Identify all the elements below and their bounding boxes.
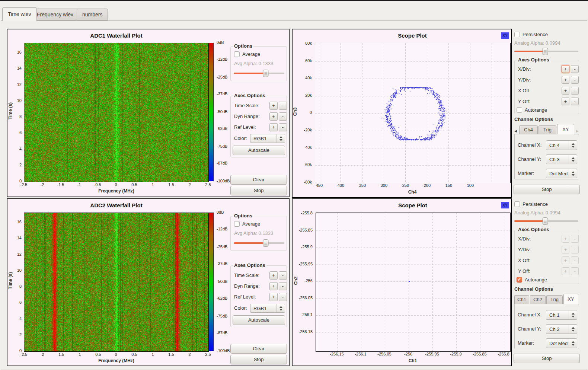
- average-checkbox[interactable]: Average: [234, 221, 260, 227]
- x-div-plus-button[interactable]: +: [562, 65, 569, 73]
- channel-tab-ch1[interactable]: Ch1: [514, 295, 529, 304]
- spin-up-icon[interactable]: [572, 341, 575, 343]
- spin-down-icon[interactable]: [572, 316, 575, 318]
- tab-frequency-wiev[interactable]: Frequency wiev: [31, 9, 79, 20]
- channel-y-spinbox[interactable]: Ch 2: [546, 324, 577, 334]
- channel-tab-ch4[interactable]: Ch4: [519, 125, 538, 134]
- tab-time-wiev[interactable]: Time wiev: [2, 7, 37, 21]
- stop-button[interactable]: Stop: [514, 185, 580, 194]
- stop-button[interactable]: Stop: [514, 354, 580, 363]
- spin-up-icon[interactable]: [279, 306, 282, 308]
- dyn-range-plus-button[interactable]: +: [269, 282, 278, 290]
- avg-alpha-slider[interactable]: [234, 239, 284, 247]
- spinbox-arrows[interactable]: [277, 304, 285, 312]
- slider-handle[interactable]: [542, 217, 548, 225]
- stop-button[interactable]: Stop: [230, 186, 287, 195]
- color-spinbox[interactable]: RGB1: [250, 304, 285, 313]
- spinbox-arrows[interactable]: [569, 325, 577, 334]
- x-off-minus-button[interactable]: -: [571, 87, 579, 95]
- ref-level-minus-button[interactable]: -: [279, 293, 287, 301]
- checkbox-box[interactable]: [517, 107, 522, 113]
- dyn-range-plus-button[interactable]: +: [269, 112, 278, 121]
- channel-tab-xy[interactable]: XY: [557, 124, 574, 134]
- spinbox-arrows[interactable]: [569, 169, 577, 178]
- x-div-minus-button[interactable]: -: [571, 235, 579, 243]
- x-div-minus-button[interactable]: -: [571, 65, 579, 73]
- analog-alpha-slider[interactable]: [514, 217, 578, 225]
- time-scale-plus-button[interactable]: +: [269, 102, 278, 110]
- spin-up-icon[interactable]: [279, 136, 282, 138]
- time-scale-minus-button[interactable]: -: [279, 271, 287, 280]
- x-div-plus-button[interactable]: +: [562, 235, 569, 243]
- tab-scroll-left-icon[interactable]: ◀: [514, 129, 517, 133]
- spinbox-arrows[interactable]: [569, 339, 577, 348]
- y-div-minus-button[interactable]: -: [571, 76, 579, 84]
- tab-numbers[interactable]: numbers: [77, 9, 108, 20]
- scope1-plot-canvas[interactable]: [315, 43, 511, 183]
- adc2-waterfall-canvas[interactable]: [24, 213, 209, 352]
- autorange-checkbox[interactable]: Autorange: [517, 107, 547, 113]
- stop-button[interactable]: Stop: [230, 355, 287, 364]
- y-off-plus-button[interactable]: +: [562, 267, 569, 275]
- checkbox-box[interactable]: [234, 221, 240, 227]
- dyn-range-minus-button[interactable]: -: [279, 282, 287, 290]
- spin-down-icon[interactable]: [279, 139, 282, 141]
- channel-tab-trig[interactable]: Trig: [546, 295, 563, 304]
- dyn-range-minus-button[interactable]: -: [279, 112, 287, 121]
- slider-handle[interactable]: [542, 48, 548, 55]
- ref-level-plus-button[interactable]: +: [269, 123, 278, 131]
- slider-handle[interactable]: [263, 70, 268, 77]
- y-off-minus-button[interactable]: -: [571, 267, 579, 275]
- time-scale-minus-button[interactable]: -: [279, 102, 287, 110]
- autorange-checkbox[interactable]: Autorange: [517, 277, 547, 283]
- spin-down-icon[interactable]: [572, 344, 575, 346]
- spin-up-icon[interactable]: [572, 157, 575, 159]
- checkbox-box[interactable]: [514, 32, 520, 37]
- x-off-plus-button[interactable]: +: [562, 87, 569, 95]
- channel-tab-ch2[interactable]: Ch2: [530, 295, 546, 304]
- spin-down-icon[interactable]: [572, 146, 575, 148]
- y-div-plus-button[interactable]: +: [562, 76, 569, 84]
- spinbox-arrows[interactable]: [569, 141, 577, 150]
- time-scale-plus-button[interactable]: +: [269, 271, 278, 280]
- autoscale-button[interactable]: Autoscale: [233, 146, 285, 155]
- x-off-minus-button[interactable]: -: [571, 256, 579, 264]
- persistence-checkbox[interactable]: Persistence: [514, 201, 548, 207]
- spin-down-icon[interactable]: [572, 160, 575, 162]
- marker-spinbox[interactable]: Dot Med: [546, 169, 577, 178]
- ref-level-minus-button[interactable]: -: [279, 123, 287, 131]
- checkbox-box[interactable]: [234, 51, 240, 57]
- spinbox-arrows[interactable]: [569, 310, 577, 319]
- x-off-plus-button[interactable]: +: [562, 256, 569, 264]
- y-div-minus-button[interactable]: -: [571, 246, 579, 253]
- adc1-waterfall-canvas[interactable]: [24, 43, 209, 182]
- average-checkbox[interactable]: Average: [234, 51, 260, 57]
- clear-button[interactable]: Clear: [230, 344, 287, 354]
- checkbox-box[interactable]: [517, 277, 522, 283]
- ref-level-plus-button[interactable]: +: [269, 293, 278, 301]
- spinbox-arrows[interactable]: [569, 155, 577, 164]
- channel-y-spinbox[interactable]: Ch 3: [546, 154, 577, 164]
- channel-tab-xy[interactable]: XY: [563, 294, 578, 304]
- spin-down-icon[interactable]: [572, 330, 575, 332]
- avg-alpha-slider[interactable]: [234, 70, 284, 77]
- color-spinbox[interactable]: RGB1: [250, 134, 285, 143]
- channel-tab-trig[interactable]: Trig: [539, 125, 556, 134]
- scope2-plot-canvas[interactable]: [316, 213, 511, 352]
- spin-up-icon[interactable]: [572, 327, 575, 329]
- channel-x-spinbox[interactable]: Ch 1: [546, 310, 577, 320]
- channel-x-spinbox[interactable]: Ch 4: [546, 140, 577, 150]
- clear-button[interactable]: Clear: [230, 175, 287, 185]
- y-div-plus-button[interactable]: +: [562, 246, 569, 253]
- slider-handle[interactable]: [263, 239, 268, 247]
- y-off-plus-button[interactable]: +: [562, 98, 569, 105]
- spin-down-icon[interactable]: [572, 174, 575, 176]
- marker-spinbox[interactable]: Dot Med: [546, 338, 577, 348]
- analog-alpha-slider[interactable]: [514, 48, 578, 55]
- y-off-minus-button[interactable]: -: [571, 98, 579, 105]
- spin-up-icon[interactable]: [572, 143, 575, 145]
- checkbox-box[interactable]: [514, 201, 520, 207]
- tab-scroll-right-icon[interactable]: ▶: [576, 129, 579, 133]
- spinbox-arrows[interactable]: [277, 134, 285, 143]
- autoscale-button[interactable]: Autoscale: [233, 315, 285, 325]
